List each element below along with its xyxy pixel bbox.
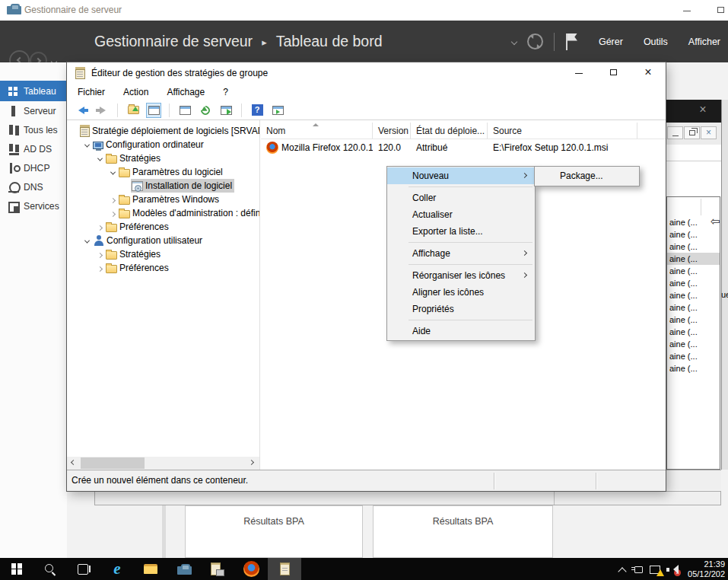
pane-splitter[interactable] (259, 120, 260, 470)
scrollbar-thumb[interactable] (81, 457, 145, 469)
sidebar-item-services[interactable]: Services (0, 196, 67, 215)
horizontal-scrollbar[interactable] (67, 457, 259, 470)
toolbar-up-level-icon[interactable] (126, 103, 141, 118)
close-icon[interactable] (631, 62, 666, 84)
chevron-down-icon[interactable] (511, 38, 517, 44)
maximize-icon[interactable] (596, 62, 631, 84)
toolbar-refresh-icon[interactable] (198, 103, 213, 118)
chevron-down-icon[interactable] (107, 167, 118, 177)
menu-gerer[interactable]: Gérer (599, 37, 623, 47)
toolbar-action-pane-icon[interactable] (270, 103, 285, 118)
volume-muted-icon[interactable]: × (664, 562, 681, 577)
column-etat[interactable]: État du déploie... (411, 123, 488, 139)
context-menu-item-aligner-les-icones[interactable]: Aligner les icônes (387, 284, 535, 301)
toolbar-console-tree-icon[interactable] (146, 103, 161, 118)
taskbar-search-button[interactable] (33, 558, 67, 580)
taskbar-task-view-button[interactable] (67, 558, 100, 580)
tree-item-preferences[interactable]: Préférences (67, 261, 259, 275)
menu-aide[interactable]: ? (223, 87, 228, 97)
context-menu-item-coller[interactable]: Coller (387, 190, 535, 206)
sidebar-item-dns[interactable]: DNS (0, 177, 67, 196)
taskbar-gpo-editor-button[interactable] (268, 558, 301, 580)
scroll-left-icon[interactable] (67, 457, 80, 470)
breadcrumb-root[interactable]: Gestionnaire de serveur (94, 33, 253, 50)
taskbar-start-button[interactable] (0, 558, 33, 580)
toolbar-back-icon[interactable] (74, 103, 89, 118)
tree-item-strategies[interactable]: Stratégies (67, 151, 259, 165)
pane-collapse-icon[interactable]: ⇦ (711, 216, 720, 228)
menu-action[interactable]: Action (123, 87, 148, 97)
scroll-right-icon[interactable] (246, 457, 259, 470)
toolbar-help-icon[interactable] (250, 103, 265, 118)
breadcrumb-current[interactable]: Tableau de bord (276, 33, 383, 50)
minimize-icon[interactable] (561, 62, 596, 84)
taskbar-firefox-button[interactable] (234, 558, 268, 580)
context-menu-item-actualiser[interactable]: Actualiser (387, 206, 535, 223)
minimize-icon[interactable] (676, 0, 698, 21)
taskbar-gpmc-button[interactable] (201, 558, 234, 580)
power-plug-icon[interactable] (631, 562, 647, 577)
column-source[interactable]: Source (488, 123, 637, 139)
tray-chevron-up-icon[interactable] (614, 562, 631, 577)
maximize-icon[interactable] (709, 0, 728, 21)
column-version[interactable]: Version (373, 123, 411, 139)
sidebar-item-tous-les[interactable]: Tous les (0, 120, 67, 139)
gpo-editor-titlebar[interactable]: Éditeur de gestion des stratégies de gro… (67, 62, 666, 84)
close-icon[interactable] (691, 100, 714, 123)
toolbar-properties-icon[interactable] (177, 103, 192, 118)
chevron-down-icon[interactable] (94, 153, 105, 164)
menu-fichier[interactable]: Fichier (78, 87, 105, 97)
column-nom[interactable]: Nom (261, 123, 373, 139)
bpa-results-panel[interactable]: Résultats BPA (373, 505, 553, 558)
ad-ds-icon (7, 143, 21, 155)
context-menu-item-affichage[interactable]: Affichage (387, 245, 535, 262)
context-menu-item-exporter-la-liste[interactable]: Exporter la liste... (387, 223, 535, 240)
taskbar-clock[interactable]: 21:39 05/12/202 (681, 559, 728, 579)
tree-item-parametres-du-logiciel[interactable]: Paramètres du logiciel (67, 165, 259, 179)
tree-item-configuration-utilisateur[interactable]: Configuration utilisateur (67, 234, 259, 247)
tree-item-preferences[interactable]: Préférences (67, 220, 259, 234)
taskbar-explorer-button[interactable] (134, 558, 167, 580)
toolbar-export-list-icon[interactable] (218, 103, 234, 118)
sidebar-item-dhcp[interactable]: DHCP (0, 158, 67, 177)
bpa-results-panel[interactable]: Résultats BPA (185, 505, 363, 558)
menu-afficher[interactable]: Afficher (688, 37, 720, 47)
tree-item-configuration-ordinateur[interactable]: Configuration ordinateur (67, 138, 259, 151)
chevron-right-icon[interactable] (94, 221, 105, 232)
taskbar-ie-button[interactable] (100, 558, 134, 580)
sidebar-item-tableau[interactable]: Tableau (0, 81, 67, 101)
notifications-flag-icon[interactable] (565, 33, 577, 50)
close-icon[interactable]: × (701, 126, 717, 139)
sidebar-item-serveur[interactable]: Serveur (0, 101, 67, 120)
context-menu-item-nouveau[interactable]: Nouveau (387, 167, 535, 184)
tree-item-strategie-deploiement-de-logiciels-srvad[interactable]: Stratégie déploiement de logiciels [SRVA… (67, 124, 259, 138)
refresh-icon[interactable] (527, 33, 543, 49)
network-warning-icon[interactable] (647, 562, 664, 577)
chevron-right-icon[interactable] (94, 249, 105, 260)
sidebar-item-ad-ds[interactable]: AD DS (0, 139, 67, 158)
chevron-right-icon[interactable] (107, 194, 118, 205)
taskbar-server-manager-button[interactable] (167, 558, 201, 580)
context-menu-item-proprietes[interactable]: Propriétés (387, 301, 535, 317)
minimize-icon[interactable] (667, 126, 683, 139)
context-menu-item-reorganiser-les-icones[interactable]: Réorganiser les icônes (387, 267, 535, 284)
chevron-down-icon[interactable] (81, 235, 92, 246)
sidebar-item-label: DHCP (24, 163, 50, 174)
chevron-right-icon[interactable] (94, 263, 105, 273)
software-row-firefox[interactable]: Mozilla Firefox 120.0.1... 120.0 Attribu… (261, 140, 666, 155)
context-menu-item-package[interactable]: Package... (535, 167, 639, 183)
toolbar-forward-icon[interactable] (94, 103, 110, 118)
tree-item-strategies[interactable]: Stratégies (67, 247, 259, 261)
background-list-item: aine (... (667, 277, 720, 289)
tree-item-parametres-windows[interactable]: Paramètres Windows (67, 193, 259, 206)
chevron-right-icon[interactable] (107, 208, 118, 218)
gpo-editor-title: Éditeur de gestion des stratégies de gro… (91, 62, 268, 84)
chevron-down-icon[interactable] (81, 139, 92, 150)
restore-icon[interactable] (684, 126, 700, 139)
menu-affichage[interactable]: Affichage (167, 87, 205, 97)
menu-outils[interactable]: Outils (644, 37, 668, 47)
export-list-icon (221, 106, 232, 115)
tree-item-installation-de-logiciel[interactable]: Installation de logiciel (67, 179, 259, 193)
context-menu-item-aide[interactable]: Aide (387, 323, 535, 339)
tree-item-modeles-d-administration-defin[interactable]: Modèles d'administration : défin (67, 206, 259, 220)
